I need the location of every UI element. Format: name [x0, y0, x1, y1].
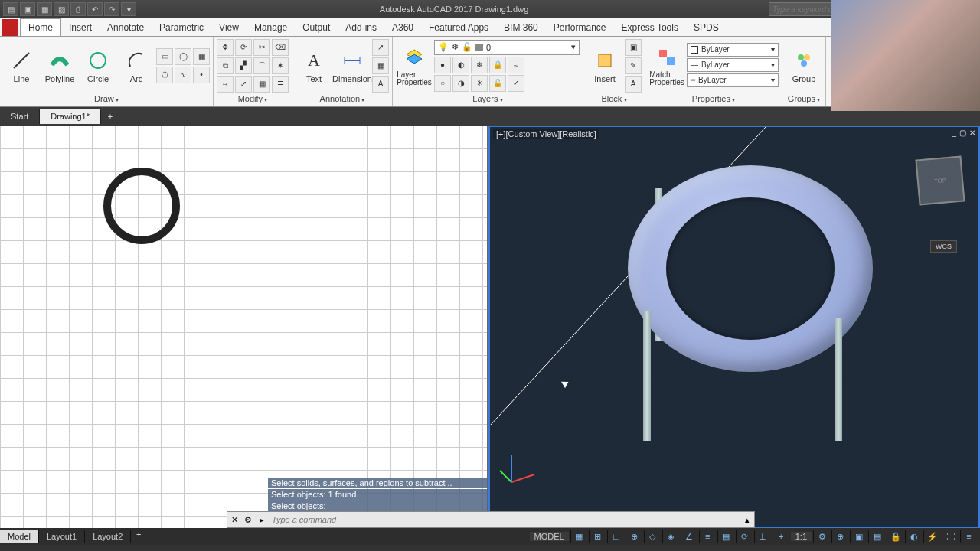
tab-annotate[interactable]: Annotate [100, 19, 152, 36]
modelspace-toggle[interactable]: MODEL [530, 532, 569, 541]
trim-icon[interactable]: ✂ [253, 39, 270, 56]
offset-icon[interactable]: ≣ [272, 76, 289, 93]
lweight-toggle-icon[interactable]: ≡ [699, 530, 716, 543]
spline-icon[interactable]: ∿ [175, 67, 191, 83]
laymch-icon[interactable]: ≈ [508, 57, 524, 73]
hatch-icon[interactable]: ▦ [193, 48, 210, 65]
cleanscreen-icon[interactable]: ⛶ [942, 530, 959, 543]
mtext-icon[interactable]: A [372, 76, 389, 93]
layiso-icon[interactable]: ◐ [452, 57, 469, 73]
line-button[interactable]: Line [3, 47, 40, 85]
panel-draw-title[interactable]: Draw [3, 93, 210, 105]
tab-manage[interactable]: Manage [247, 19, 295, 36]
add-layout-button[interactable]: + [131, 530, 146, 543]
tab-home[interactable]: Home [20, 18, 61, 36]
panel-annotation-title[interactable]: Annotation [296, 93, 389, 105]
osnap-toggle-icon[interactable]: ◇ [644, 530, 661, 543]
app-menu-button[interactable] [2, 19, 18, 36]
lockui-icon[interactable]: 🔒 [887, 530, 903, 543]
layout-tab-model[interactable]: Model [0, 530, 39, 543]
command-input[interactable] [269, 515, 740, 524]
ortho-toggle-icon[interactable]: ∟ [607, 530, 624, 543]
tab-bim360[interactable]: BIM 360 [496, 19, 546, 36]
qat-saveas-icon[interactable]: ▧ [54, 2, 69, 16]
qat-new-icon[interactable]: ▤ [3, 2, 18, 16]
rotate-icon[interactable]: ⟳ [235, 39, 252, 56]
lineweight-dropdown[interactable]: —ByLayer▾ [687, 58, 779, 72]
array-icon[interactable]: ▦ [253, 76, 270, 93]
layoff-icon[interactable]: ● [434, 57, 451, 73]
tab-spds[interactable]: SPDS [686, 19, 727, 36]
tab-performance[interactable]: Performance [546, 19, 614, 36]
match-properties-button[interactable]: Match Properties [648, 44, 685, 88]
edit-block-icon[interactable]: ✎ [625, 57, 642, 74]
move-icon[interactable]: ✥ [217, 39, 234, 56]
tab-start[interactable]: Start [0, 109, 40, 124]
color-dropdown[interactable]: ByLayer▾ [687, 43, 779, 57]
tab-addins[interactable]: Add-ins [338, 19, 384, 36]
layfrz-icon[interactable]: ❄ [471, 57, 488, 73]
vp-maximize-icon[interactable]: ▢ [959, 129, 966, 137]
polar-toggle-icon[interactable]: ⊕ [626, 530, 642, 543]
qat-redo-icon[interactable]: ↷ [104, 2, 119, 16]
copy-icon[interactable]: ⧉ [217, 57, 234, 74]
rect-icon[interactable]: ▭ [156, 48, 173, 65]
cycling-icon[interactable]: ⟳ [736, 530, 753, 543]
isolate-icon[interactable]: ◐ [905, 530, 922, 543]
layulk-icon[interactable]: 🔓 [489, 75, 506, 92]
anno-scale[interactable]: 1:1 [791, 532, 812, 541]
leader-icon[interactable]: ↗ [372, 39, 389, 56]
workspace-icon[interactable]: ⚙ [813, 530, 830, 543]
text-button[interactable]: AText [296, 47, 332, 85]
laycur-icon[interactable]: ✓ [508, 75, 524, 92]
otrack-toggle-icon[interactable]: ∠ [681, 530, 697, 543]
circle-button[interactable]: Circle [80, 47, 116, 85]
layuniso-icon[interactable]: ◑ [452, 75, 469, 92]
snap-toggle-icon[interactable]: ⊞ [589, 530, 606, 543]
qat-more-icon[interactable]: ▾ [121, 2, 136, 16]
dynucs-icon[interactable]: ⊥ [754, 530, 771, 543]
polyline-button[interactable]: Polyline [41, 47, 78, 85]
qat-print-icon[interactable]: ⎙ [70, 2, 86, 16]
dimension-button[interactable]: Dimension [334, 47, 371, 85]
ellipse-icon[interactable]: ◯ [175, 48, 191, 65]
hwaccel-icon[interactable]: ⚡ [923, 530, 940, 543]
qat-open-icon[interactable]: ▣ [20, 2, 35, 16]
tab-featured[interactable]: Featured Apps [421, 19, 496, 36]
group-button[interactable]: Group [786, 47, 822, 85]
layon-icon[interactable]: ○ [434, 75, 451, 92]
laythw-icon[interactable]: ☀ [471, 75, 488, 92]
poly-icon[interactable]: ⬠ [156, 67, 173, 83]
qat-save-icon[interactable]: ▦ [37, 2, 52, 16]
panel-block-title[interactable]: Block [586, 93, 642, 105]
layer-properties-button[interactable]: Layer Properties [396, 44, 433, 88]
cmdline-close-icon[interactable]: ✕ [227, 515, 241, 525]
viewcube[interactable]: TOP [915, 155, 965, 205]
explode-icon[interactable]: ✶ [272, 57, 289, 74]
tab-view[interactable]: View [211, 19, 247, 36]
erase-icon[interactable]: ⌫ [272, 39, 289, 56]
tab-parametric[interactable]: Parametric [152, 19, 211, 36]
layout-tab-layout2[interactable]: Layout2 [85, 530, 131, 543]
panel-layers-title[interactable]: Layers [396, 93, 580, 105]
arc-button[interactable]: Arc [118, 47, 155, 85]
laylck-icon[interactable]: 🔒 [489, 57, 506, 73]
point-icon[interactable]: • [193, 67, 210, 83]
tab-drawing1[interactable]: Drawing1* [40, 109, 101, 124]
tab-express[interactable]: Express Tools [613, 19, 685, 36]
qat-undo-icon[interactable]: ↶ [87, 2, 103, 16]
panel-groups-title[interactable]: Groups [786, 93, 822, 105]
tab-insert[interactable]: Insert [61, 19, 100, 36]
3dosnap-toggle-icon[interactable]: ◈ [662, 530, 679, 543]
table-icon[interactable]: ▦ [372, 57, 389, 74]
stretch-icon[interactable]: ↔ [217, 76, 234, 93]
cmdline-recent-icon[interactable]: ▴ [740, 515, 754, 525]
scale-icon[interactable]: ⤢ [235, 76, 252, 93]
annomon-icon[interactable]: ⊕ [831, 530, 848, 543]
mirror-icon[interactable]: ▞ [235, 57, 252, 74]
customize-icon[interactable]: ≡ [960, 530, 977, 543]
transparency-icon[interactable]: ▤ [717, 530, 734, 543]
vp-close-icon[interactable]: ✕ [969, 129, 975, 137]
units-icon[interactable]: ▣ [850, 530, 867, 543]
insert-button[interactable]: Insert [586, 47, 623, 85]
